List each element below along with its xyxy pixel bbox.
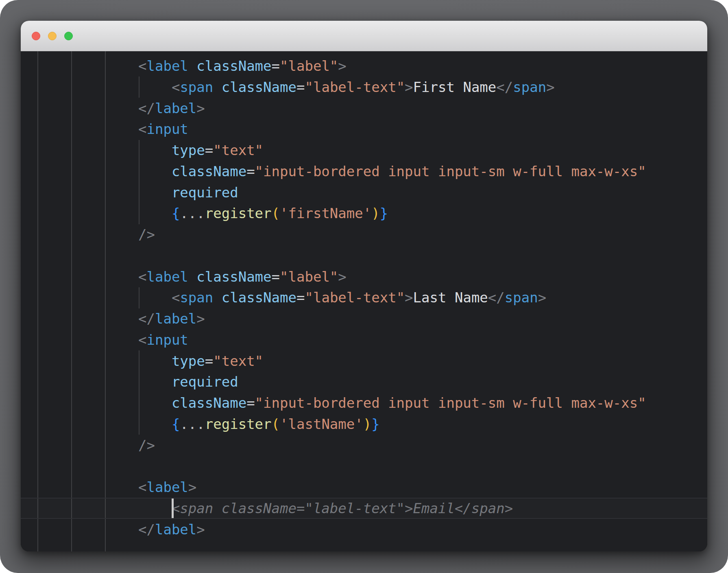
token-punct: > (196, 521, 205, 538)
code-line-15[interactable]: type="text" (138, 351, 646, 372)
token-eq: = (205, 353, 213, 369)
code-line-16[interactable]: required (138, 372, 646, 393)
token-punct: </ (496, 79, 513, 95)
token-dots: ... (180, 205, 205, 221)
code-content: <label className="label"> <span classNam… (138, 56, 646, 540)
code-window: <label className="label"> <span classNam… (21, 21, 707, 551)
code-editor[interactable]: <label className="label"> <span classNam… (21, 51, 707, 551)
close-button[interactable] (32, 32, 40, 40)
code-line-11[interactable]: <label className="label"> (138, 267, 646, 288)
code-line-6[interactable]: className="input-bordered input input-sm… (138, 161, 646, 182)
token-eq: = (205, 142, 213, 158)
token-punct: > (196, 100, 205, 116)
token-punct: > (405, 79, 413, 95)
token-punct: > (338, 269, 346, 285)
token-tag: span (513, 79, 546, 95)
code-line-19[interactable]: /> (138, 435, 646, 456)
token-punct: < (138, 58, 146, 74)
code-line-13[interactable]: </label> (138, 308, 646, 330)
indent-guide (105, 51, 106, 551)
token-punct: < (138, 269, 146, 285)
token-tag: input (146, 121, 188, 137)
code-line-22[interactable]: <span className="label-text">Email</span… (138, 498, 646, 519)
code-line-4[interactable]: <input (138, 119, 646, 140)
token-eq: = (246, 163, 255, 179)
token-str: 'firstName' (280, 205, 371, 221)
token-attr: required (172, 184, 238, 201)
token-punct: > (546, 79, 554, 95)
token-attr: className (196, 58, 271, 74)
code-line-9[interactable]: /> (138, 224, 646, 245)
token-punct: < (172, 289, 180, 306)
token-punct: < (172, 79, 180, 95)
code-line-12[interactable]: <span className="label-text">Last Name</… (138, 287, 646, 308)
token-tag: label (155, 521, 196, 538)
indent-guide (71, 51, 72, 551)
title-bar[interactable] (21, 21, 707, 51)
token-paren: ) (371, 205, 379, 221)
code-line-5[interactable]: type="text" (138, 140, 646, 161)
code-line-21[interactable]: <label> (138, 477, 646, 498)
code-line-2[interactable]: <span className="label-text">First Name<… (138, 77, 646, 98)
token-str: "input-bordered input input-sm w-full ma… (255, 163, 646, 179)
token-eq: = (296, 79, 305, 95)
code-line-8[interactable]: {...register('firstName')} (138, 203, 646, 224)
code-line-7[interactable]: required (138, 182, 646, 203)
token-text (213, 79, 221, 95)
token-str: "label" (280, 269, 338, 285)
token-text (188, 269, 196, 285)
token-fn: register (205, 416, 272, 432)
code-line-1[interactable]: <label className="label"> (138, 56, 646, 77)
token-attr: className (222, 289, 296, 306)
code-line-3[interactable]: </label> (138, 98, 646, 119)
token-brace: { (172, 416, 180, 432)
token-punct: </ (488, 289, 505, 306)
token-eq: = (246, 395, 255, 411)
code-line-10[interactable] (138, 245, 646, 267)
token-punct: > (338, 58, 346, 74)
token-ghost: <span className="label-text">Email</span… (172, 500, 513, 516)
token-str: "label-text" (305, 79, 405, 95)
token-eq: = (272, 58, 280, 74)
token-punct: < (138, 332, 146, 348)
token-fn: register (205, 205, 272, 221)
token-tag: label (155, 311, 196, 327)
token-punct: > (188, 479, 196, 495)
token-tag: label (146, 269, 188, 285)
token-text (138, 205, 172, 221)
token-text (138, 184, 172, 201)
background: <label className="label"> <span classNam… (0, 0, 728, 573)
token-text (138, 142, 172, 158)
code-line-17[interactable]: className="input-bordered input input-sm… (138, 393, 646, 414)
token-text (213, 289, 221, 306)
token-punct: > (538, 289, 546, 306)
token-str: "input-bordered input input-sm w-full ma… (255, 395, 646, 411)
token-attr: type (172, 142, 205, 158)
token-text (138, 374, 172, 390)
token-str: 'lastName' (280, 416, 363, 432)
token-tag: input (146, 332, 188, 348)
token-attr: className (172, 395, 246, 411)
token-str: "label" (280, 58, 338, 74)
token-punct: </ (138, 521, 155, 538)
code-line-23[interactable]: </label> (138, 519, 646, 540)
token-attr: className (196, 269, 271, 285)
code-line-20[interactable] (138, 456, 646, 477)
text-cursor (172, 499, 174, 518)
token-punct: /> (138, 226, 155, 243)
token-punct: </ (138, 100, 155, 116)
token-dots: ... (180, 416, 205, 432)
traffic-lights (32, 32, 73, 40)
token-text (138, 500, 172, 516)
token-str: "label-text" (305, 289, 405, 306)
minimize-button[interactable] (48, 32, 57, 40)
code-line-18[interactable]: {...register('lastName')} (138, 414, 646, 435)
token-text (188, 58, 196, 74)
token-text: First Name (413, 79, 497, 95)
token-tag: label (146, 479, 188, 495)
token-eq: = (272, 269, 280, 285)
token-text (138, 79, 172, 95)
token-attr: className (172, 163, 246, 179)
zoom-button[interactable] (64, 32, 73, 40)
code-line-14[interactable]: <input (138, 330, 646, 351)
